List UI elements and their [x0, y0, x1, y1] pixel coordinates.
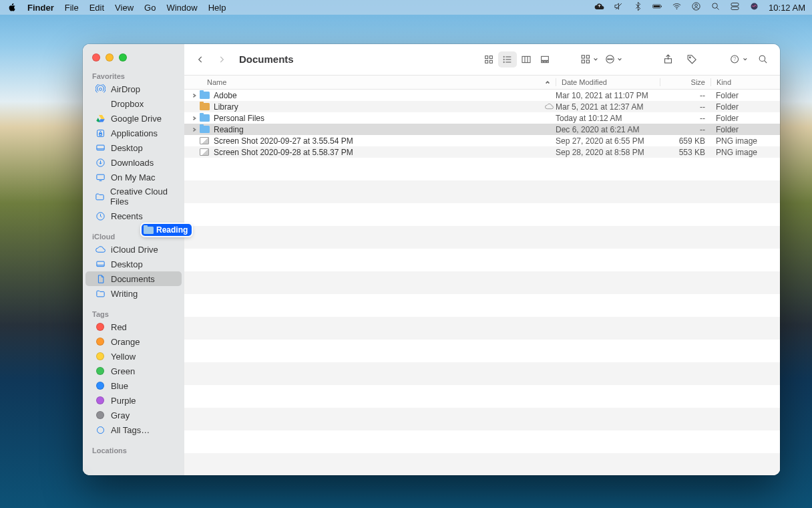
sidebar-item-orange[interactable]: Orange [85, 334, 182, 349]
forward-button[interactable] [214, 51, 230, 68]
view-list-button[interactable] [498, 51, 517, 68]
svg-rect-8 [731, 7, 739, 9]
folder-icon [143, 225, 154, 235]
siri-icon[interactable] [749, 1, 759, 13]
sidebar-item-red[interactable]: Red [85, 320, 182, 334]
action-button[interactable] [604, 51, 622, 68]
sidebar-item-dropbox[interactable]: Dropbox [85, 96, 182, 111]
sidebar-item-label: Desktop [111, 259, 143, 269]
tag-icon [95, 351, 106, 362]
sidebar-item-purple[interactable]: Purple [85, 393, 182, 408]
file-kind: Folder [710, 91, 780, 100]
menu-help[interactable]: Help [208, 3, 226, 13]
sidebar-item-gray[interactable]: Gray [85, 408, 182, 422]
sidebar-item-label: iCloud Drive [111, 245, 158, 255]
user-icon[interactable] [691, 1, 701, 13]
empty-row [184, 340, 780, 362]
sidebar-item-google-drive[interactable]: Google Drive [85, 111, 182, 126]
file-row[interactable]: Personal FilesToday at 10:12 AM--Folder [184, 112, 780, 124]
sidebar-item-airdrop[interactable]: AirDrop [85, 82, 182, 96]
menu-go[interactable]: Go [144, 3, 156, 13]
folder-icon [95, 191, 105, 202]
zoom-button[interactable] [119, 53, 127, 61]
svg-point-39 [689, 57, 690, 58]
sidebar-item-all-tags[interactable]: All Tags… [85, 422, 182, 437]
disclosure-triangle-icon[interactable] [190, 93, 199, 98]
sidebar-item-label: Blue [111, 381, 128, 391]
app-name[interactable]: Finder [27, 3, 54, 13]
view-columns-button[interactable] [517, 51, 536, 68]
file-row[interactable]: AdobeMar 10, 2021 at 11:07 PM--Folder [184, 90, 780, 101]
sidebar-item-downloads[interactable]: Downloads [85, 155, 182, 170]
close-button[interactable] [92, 53, 100, 61]
control-center-icon[interactable] [730, 1, 740, 13]
svg-point-5 [695, 4, 698, 7]
file-row[interactable]: LibraryMar 5, 2021 at 12:37 AM--Folder [184, 101, 780, 112]
group-button[interactable] [580, 51, 598, 68]
menu-edit[interactable]: Edit [89, 3, 104, 13]
view-icons-button[interactable] [479, 51, 498, 68]
column-kind[interactable]: Kind [710, 78, 780, 86]
view-gallery-button[interactable] [536, 51, 554, 68]
disclosure-triangle-icon[interactable] [190, 116, 199, 121]
file-row[interactable]: ReadingDec 6, 2020 at 6:21 AM--Folder [184, 124, 780, 135]
file-row[interactable]: Screen Shot 2020-09-27 at 3.55.54 PMSep … [184, 135, 780, 146]
file-date: Sep 27, 2020 at 6:55 PM [556, 136, 660, 146]
search-button[interactable] [753, 51, 772, 68]
svg-rect-30 [582, 55, 584, 58]
apple-menu-icon[interactable] [7, 3, 17, 13]
sidebar-item-label: Downloads [111, 158, 154, 168]
minimize-button[interactable] [106, 53, 114, 61]
folder-icon [95, 288, 106, 299]
sidebar-item-on-my-mac[interactable]: On My Mac [85, 170, 182, 184]
menubar-clock[interactable]: 10:12 AM [769, 3, 805, 13]
image-icon [199, 147, 210, 158]
bluetooth-icon[interactable] [633, 1, 643, 13]
cloud-upload-icon[interactable] [594, 1, 604, 13]
sidebar-item-documents[interactable]: Documents [85, 271, 182, 286]
drag-proxy: Reading [142, 224, 192, 236]
sidebar-item-desktop[interactable]: Desktop [85, 140, 182, 155]
file-size: -- [660, 102, 710, 112]
empty-row [184, 180, 780, 203]
sidebar-item-creative-cloud-files[interactable]: Creative Cloud Files [85, 184, 182, 209]
sidebar-item-green[interactable]: Green [85, 364, 182, 378]
file-name: Adobe [214, 91, 542, 100]
sidebar-item-desktop[interactable]: Desktop [85, 257, 182, 271]
share-button[interactable] [658, 51, 677, 68]
menu-view[interactable]: View [115, 3, 134, 13]
disclosure-triangle-icon[interactable] [190, 127, 199, 132]
image-icon [199, 136, 210, 146]
gdrive-icon [95, 113, 106, 124]
toolbar: Documents ? [184, 44, 780, 75]
sidebar-item-writing[interactable]: Writing [85, 286, 182, 301]
sidebar-item-label: AirDrop [111, 84, 140, 94]
sidebar-item-yellow[interactable]: Yellow [85, 349, 182, 364]
column-name[interactable]: Name [207, 78, 556, 86]
file-date: Mar 5, 2021 at 12:37 AM [556, 102, 660, 112]
empty-row [184, 317, 780, 340]
empty-row [184, 203, 780, 226]
column-size[interactable]: Size [660, 78, 710, 86]
sidebar-item-icloud-drive[interactable]: iCloud Drive [85, 242, 182, 257]
battery-icon[interactable] [652, 1, 662, 13]
dropdown-button[interactable]: ? [729, 51, 748, 68]
empty-row [184, 271, 780, 294]
svg-rect-28 [544, 61, 546, 62]
tag-button[interactable] [682, 51, 701, 68]
wifi-icon[interactable] [672, 1, 682, 13]
svg-point-22 [503, 56, 504, 57]
spotlight-icon[interactable] [710, 1, 721, 13]
svg-rect-12 [96, 145, 104, 150]
sidebar-item-blue[interactable]: Blue [85, 378, 182, 393]
column-date[interactable]: Date Modified [556, 78, 660, 86]
menu-file[interactable]: File [65, 3, 79, 13]
sidebar-item-applications[interactable]: Applications [85, 126, 182, 140]
svg-rect-19 [489, 55, 492, 58]
menu-window[interactable]: Window [166, 3, 197, 13]
svg-rect-32 [586, 55, 589, 58]
back-button[interactable] [192, 51, 208, 68]
sidebar-item-recents[interactable]: Recents [85, 209, 182, 223]
file-row[interactable]: Screen Shot 2020-09-28 at 5.58.37 PMSep … [184, 146, 780, 158]
mute-icon[interactable] [614, 1, 624, 13]
